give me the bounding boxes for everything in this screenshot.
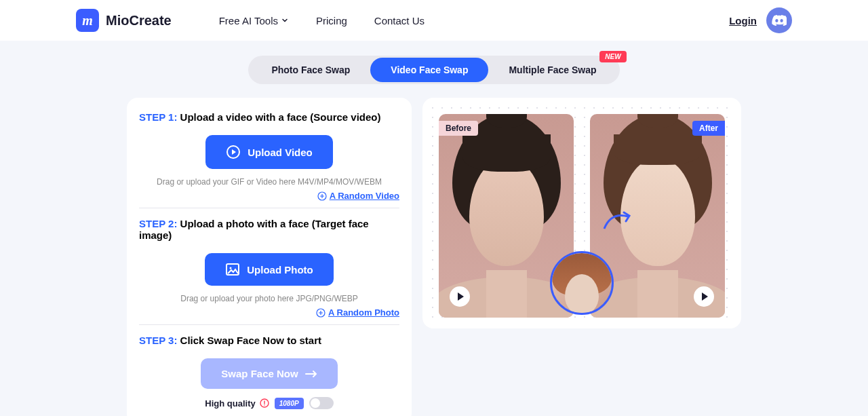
swap-face-button[interactable]: Swap Face Now	[201, 358, 337, 389]
step-1-title: STEP 1: Upload a video with a face (Sour…	[139, 111, 399, 123]
tab-video-face-swap[interactable]: Video Face Swap	[370, 58, 488, 82]
before-tag: Before	[439, 121, 478, 136]
step-3: STEP 3: Click Swap Face Now to start Swa…	[139, 335, 399, 409]
content: STEP 1: Upload a video with a face (Sour…	[0, 98, 868, 416]
image-icon	[225, 263, 240, 276]
swap-arrow-icon	[601, 208, 635, 235]
header: m MioCreate Free AI Tools Pricing Contac…	[0, 0, 868, 41]
tab-photo-face-swap[interactable]: Photo Face Swap	[251, 58, 370, 82]
step-1: STEP 1: Upload a video with a face (Sour…	[139, 111, 399, 208]
after-tag: After	[692, 121, 725, 136]
badge-1080p: 1080P	[275, 398, 304, 409]
discord-button[interactable]	[766, 7, 792, 33]
logo-icon: m	[76, 9, 99, 32]
svg-point-3	[230, 267, 232, 269]
plus-circle-icon	[317, 191, 327, 201]
step-2-hint: Drag or upload your photo here JPG/PNG/W…	[139, 294, 399, 303]
logo-text: MioCreate	[106, 13, 172, 29]
info-icon	[260, 398, 269, 408]
header-right: Login	[729, 7, 792, 33]
login-link[interactable]: Login	[729, 15, 757, 26]
quality-label: High quality	[205, 398, 269, 409]
quality-bar: High quality 1080P	[139, 397, 399, 409]
steps-panel: STEP 1: Upload a video with a face (Sour…	[127, 98, 412, 416]
discord-icon	[772, 15, 787, 26]
quality-toggle[interactable]	[309, 397, 334, 409]
upload-photo-button[interactable]: Upload Photo	[205, 253, 334, 286]
random-photo-link[interactable]: A Random Photo	[139, 307, 399, 318]
header-left: m MioCreate Free AI Tools Pricing Contac…	[76, 9, 425, 32]
tabs-container: Photo Face Swap Video Face Swap Multiple…	[0, 56, 868, 84]
step-3-title: STEP 3: Click Swap Face Now to start	[139, 335, 399, 346]
play-icon[interactable]	[450, 286, 470, 307]
tabs: Photo Face Swap Video Face Swap Multiple…	[248, 56, 619, 84]
step-1-hint: Drag or upload your GIF or Video here M4…	[139, 177, 399, 187]
arrow-right-icon	[305, 370, 317, 378]
upload-video-button[interactable]: Upload Video	[205, 135, 333, 169]
step-2-title: STEP 2: Upload a photo with a face (Targ…	[139, 218, 399, 241]
chevron-down-icon	[281, 16, 289, 24]
preview-panel: Before After	[422, 98, 741, 328]
logo[interactable]: m MioCreate	[76, 9, 172, 32]
nav-pricing[interactable]: Pricing	[316, 15, 347, 26]
play-circle-icon	[226, 145, 241, 159]
nav: Free AI Tools Pricing Contact Us	[219, 15, 425, 26]
random-video-link[interactable]: A Random Video	[139, 191, 399, 201]
plus-circle-icon	[316, 308, 326, 318]
swap-face-circle	[550, 251, 614, 315]
step-2: STEP 2: Upload a photo with a face (Targ…	[139, 218, 399, 325]
nav-free-ai-tools[interactable]: Free AI Tools	[219, 15, 289, 26]
tab-multiple-face-swap[interactable]: Multiple Face Swap NEW	[488, 58, 616, 82]
new-badge: NEW	[599, 51, 626, 62]
play-icon[interactable]	[694, 286, 714, 307]
divider	[139, 208, 399, 208]
nav-contact-us[interactable]: Contact Us	[374, 15, 425, 26]
divider	[139, 324, 399, 325]
